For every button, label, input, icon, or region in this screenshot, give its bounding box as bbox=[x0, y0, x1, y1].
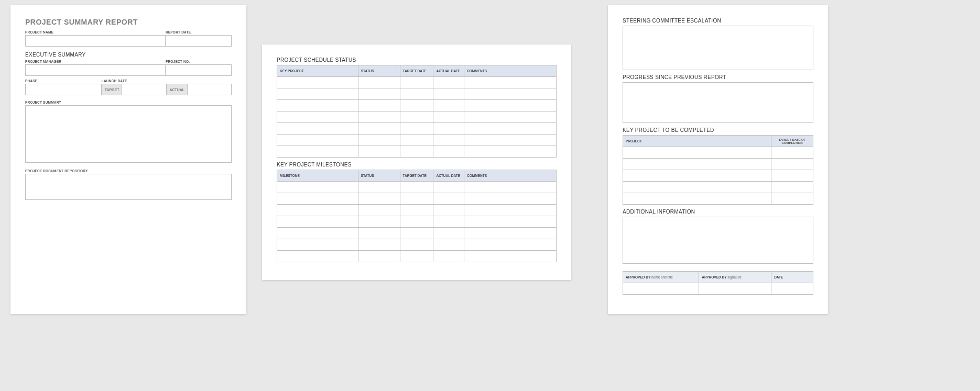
th-comments-2: COMMENTS bbox=[464, 170, 557, 182]
label-phase: PHASE bbox=[25, 79, 102, 83]
document-canvas: PROJECT SUMMARY REPORT PROJECT NAME REPO… bbox=[0, 0, 980, 325]
table-row[interactable] bbox=[623, 170, 813, 182]
heading-key-project-complete: KEY PROJECT TO BE COMPLETED bbox=[623, 127, 813, 133]
label-launch-date: LAUNCH DATE bbox=[102, 79, 232, 83]
th-target-date: TARGET DATE bbox=[400, 65, 433, 77]
table-schedule-status: KEY PROJECT STATUS TARGET DATE ACTUAL DA… bbox=[277, 65, 557, 158]
label-report-date: REPORT DATE bbox=[166, 30, 232, 34]
table-row[interactable] bbox=[623, 147, 813, 159]
label-project-summary: PROJECT SUMMARY bbox=[25, 100, 232, 104]
th-target-completion: TARGET DATE OF COMPLETION bbox=[771, 136, 813, 147]
th-key-project: KEY PROJECT bbox=[277, 65, 358, 77]
table-row[interactable] bbox=[277, 205, 557, 216]
table-row[interactable] bbox=[277, 193, 557, 205]
input-project-summary[interactable] bbox=[25, 105, 232, 163]
table-row[interactable] bbox=[277, 182, 557, 193]
th-approved-by-sig: APPROVED BY signature bbox=[699, 272, 771, 283]
input-project-name[interactable] bbox=[25, 35, 166, 47]
label-target: TARGET bbox=[102, 84, 123, 95]
table-row[interactable] bbox=[277, 88, 557, 100]
table-row[interactable] bbox=[277, 123, 557, 135]
input-progress[interactable] bbox=[623, 82, 813, 123]
table-row[interactable] bbox=[277, 239, 557, 251]
table-row[interactable] bbox=[277, 111, 557, 123]
th-actual-date: ACTUAL DATE bbox=[433, 65, 464, 77]
table-row[interactable] bbox=[277, 251, 557, 262]
input-target-date[interactable] bbox=[122, 84, 166, 95]
heading-milestones: KEY PROJECT MILESTONES bbox=[277, 162, 557, 167]
th-status-2: STATUS bbox=[358, 170, 400, 182]
input-project-manager[interactable] bbox=[25, 64, 166, 76]
th-milestone: MILESTONE bbox=[277, 170, 358, 182]
table-row[interactable] bbox=[623, 182, 813, 193]
table-row[interactable] bbox=[623, 159, 813, 170]
input-phase[interactable] bbox=[25, 84, 102, 95]
heading-progress: PROGRESS SINCE PREVIOUS REPORT bbox=[623, 74, 813, 80]
table-row[interactable] bbox=[277, 216, 557, 228]
th-comments: COMMENTS bbox=[464, 65, 557, 77]
report-title: PROJECT SUMMARY REPORT bbox=[25, 18, 232, 26]
label-project-name: PROJECT NAME bbox=[25, 30, 166, 34]
input-additional-info[interactable] bbox=[623, 217, 813, 264]
th-target-date-2: TARGET DATE bbox=[400, 170, 433, 182]
table-row[interactable] bbox=[277, 100, 557, 111]
page-3: STEERING COMMITTEE ESCALATION PROGRESS S… bbox=[608, 5, 828, 314]
label-actual: ACTUAL bbox=[167, 84, 188, 95]
table-row[interactable] bbox=[277, 77, 557, 88]
table-approval: APPROVED BY name and title APPROVED BY s… bbox=[623, 271, 813, 295]
page-1: PROJECT SUMMARY REPORT PROJECT NAME REPO… bbox=[10, 5, 246, 314]
table-row[interactable] bbox=[623, 193, 813, 205]
table-row[interactable] bbox=[277, 146, 557, 158]
input-project-no[interactable] bbox=[166, 64, 232, 76]
label-project-manager: PROJECT MANAGER bbox=[25, 60, 166, 63]
th-date: DATE bbox=[771, 272, 813, 283]
table-row[interactable] bbox=[623, 283, 813, 295]
label-doc-repo: PROJECT DOCUMENT REPOSITORY bbox=[25, 169, 232, 173]
th-project: PROJECT bbox=[623, 136, 771, 147]
input-report-date[interactable] bbox=[166, 35, 232, 47]
label-project-no: PROJECT NO. bbox=[166, 60, 232, 63]
input-doc-repo[interactable] bbox=[25, 174, 232, 200]
input-actual-date[interactable] bbox=[188, 84, 232, 95]
table-row[interactable] bbox=[277, 228, 557, 239]
page-2: PROJECT SCHEDULE STATUS KEY PROJECT STAT… bbox=[262, 44, 571, 280]
th-status: STATUS bbox=[358, 65, 400, 77]
heading-schedule-status: PROJECT SCHEDULE STATUS bbox=[277, 57, 557, 63]
table-key-project-complete: PROJECT TARGET DATE OF COMPLETION bbox=[623, 135, 813, 205]
th-actual-date-2: ACTUAL DATE bbox=[433, 170, 464, 182]
heading-steering: STEERING COMMITTEE ESCALATION bbox=[623, 18, 813, 24]
heading-executive-summary: EXECUTIVE SUMMARY bbox=[25, 52, 232, 58]
input-steering-escalation[interactable] bbox=[623, 26, 813, 70]
heading-additional-info: ADDITIONAL INFORMATION bbox=[623, 209, 813, 215]
table-row[interactable] bbox=[277, 135, 557, 146]
table-milestones: MILESTONE STATUS TARGET DATE ACTUAL DATE… bbox=[277, 170, 557, 262]
th-approved-by-name: APPROVED BY name and title bbox=[623, 272, 699, 283]
